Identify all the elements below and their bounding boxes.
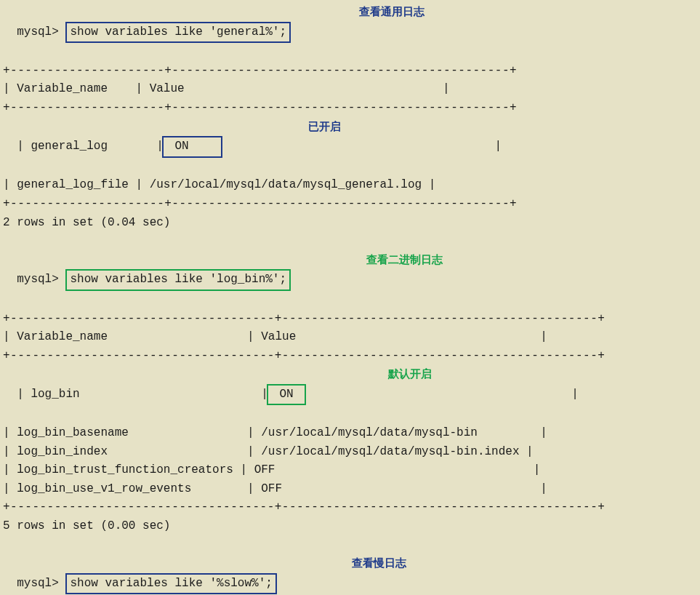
table2-row-v1-events: | log_bin_use_v1_row_events | OFF | [3, 480, 697, 499]
annotation-enabled-1: 已开启 [308, 118, 341, 135]
cmd-line-1: mysql> show variables like 'general%'; 查… [3, 3, 697, 62]
mysql-prompt: mysql> [17, 25, 59, 39]
table1-header: | Variable_name | Value | [3, 80, 697, 99]
row-prefix: | general_log | [17, 140, 164, 153]
table1-border-top: +---------------------+-----------------… [3, 62, 697, 81]
table2-header: | Variable_name | Value | [3, 328, 697, 347]
row-suffix: | [306, 388, 578, 401]
table1-row-general-log: | general_log | ON | 已开启 [3, 118, 697, 177]
table2-footer: 5 rows in set (0.00 sec) [3, 517, 697, 536]
table2-row-log-bin: | log_bin | ON | 默认开启 [3, 365, 697, 424]
command-log-bin: show variables like 'log_bin%'; [65, 269, 291, 291]
annotation-slow-log: 查看慢日志 [352, 554, 406, 572]
table1-border-mid: +---------------------+-----------------… [3, 99, 697, 118]
table1-row-general-log-file: | general_log_file | /usr/local/mysql/da… [3, 176, 697, 195]
table2-border-mid: +------------------------------------+--… [3, 347, 697, 366]
annotation-general-log: 查看通用日志 [359, 3, 425, 20]
table2-border-top: +------------------------------------+--… [3, 310, 697, 329]
value-general-log-on: ON [162, 136, 222, 158]
command-slow-log: show variables like '%slow%'; [65, 573, 276, 595]
table2-row-index: | log_bin_index | /usr/local/mysql/data/… [3, 443, 697, 462]
mysql-prompt: mysql> [17, 577, 59, 590]
table1-footer: 2 rows in set (0.04 sec) [3, 214, 697, 233]
row-prefix: | log_bin | [17, 388, 268, 401]
row-suffix: | [222, 140, 502, 153]
cmd-line-2: mysql> show variables like 'log_bin%'; 查… [3, 251, 697, 310]
table2-border-bottom: +------------------------------------+--… [3, 498, 697, 517]
mysql-prompt: mysql> [17, 273, 59, 286]
annotation-binary-log: 查看二进制日志 [366, 251, 443, 268]
value-log-bin-on: ON [267, 384, 306, 406]
table2-row-basename: | log_bin_basename | /usr/local/mysql/da… [3, 424, 697, 443]
cmd-line-3: mysql> show variables like '%slow%'; 查看慢… [3, 554, 697, 595]
table1-border-bottom: +---------------------+-----------------… [3, 195, 697, 214]
annotation-default-enabled: 默认开启 [388, 365, 432, 383]
table2-row-trust-creators: | log_bin_trust_function_creators | OFF … [3, 461, 697, 480]
command-general-log: show variables like 'general%'; [65, 22, 291, 44]
